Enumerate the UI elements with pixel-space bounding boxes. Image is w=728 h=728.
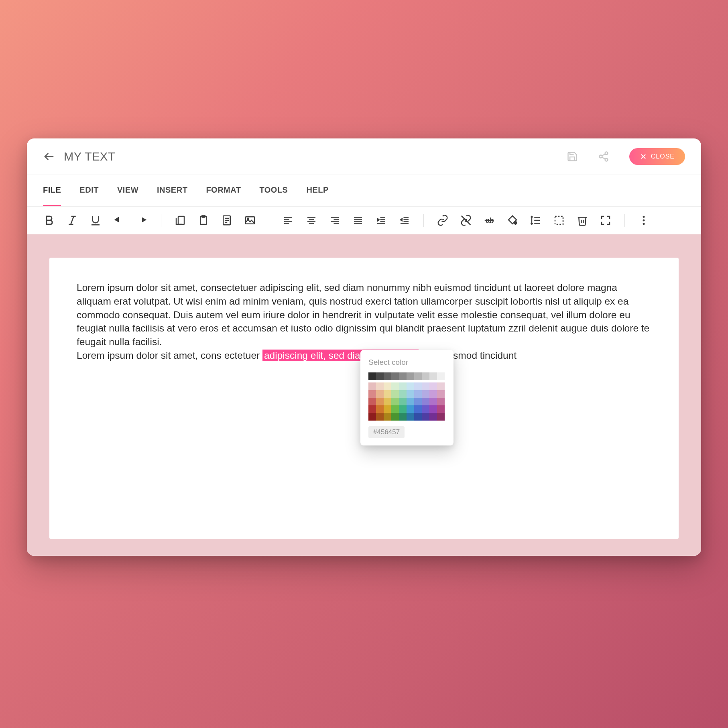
menu-help[interactable]: HELP — [306, 175, 328, 206]
color-swatch[interactable] — [391, 413, 399, 421]
color-swatch[interactable] — [407, 405, 414, 413]
color-swatch[interactable] — [391, 382, 399, 390]
separator — [269, 214, 269, 227]
color-swatch[interactable] — [399, 382, 407, 390]
document-page[interactable]: Lorem ipsum dolor sit amet, consectetuer… — [49, 258, 679, 539]
color-swatch[interactable] — [376, 413, 384, 421]
image-button[interactable] — [244, 214, 256, 226]
color-swatch[interactable] — [368, 398, 376, 405]
color-swatch[interactable] — [376, 405, 384, 413]
menu-file[interactable]: FILE — [43, 175, 61, 206]
color-swatch[interactable] — [399, 390, 407, 398]
color-swatch[interactable] — [407, 390, 414, 398]
document-button[interactable] — [221, 214, 233, 226]
color-swatch[interactable] — [414, 382, 422, 390]
color-swatch[interactable] — [376, 390, 384, 398]
color-swatch[interactable] — [368, 382, 376, 390]
menu-format[interactable]: FORMAT — [206, 175, 241, 206]
color-swatch[interactable] — [437, 382, 445, 390]
color-swatch[interactable] — [368, 405, 376, 413]
italic-button[interactable] — [66, 214, 78, 226]
color-swatch[interactable] — [384, 382, 391, 390]
strikethrough-button[interactable]: ab — [483, 214, 495, 226]
align-left-button[interactable] — [282, 214, 294, 226]
color-swatch[interactable] — [399, 372, 407, 380]
menu-edit[interactable]: EDIT — [79, 175, 99, 206]
redo-button[interactable] — [136, 214, 148, 226]
color-swatch[interactable] — [422, 413, 429, 421]
color-swatch[interactable] — [368, 390, 376, 398]
color-swatch[interactable] — [407, 382, 414, 390]
paste-button[interactable] — [197, 214, 209, 226]
color-swatch[interactable] — [384, 398, 391, 405]
unlink-button[interactable] — [460, 214, 472, 226]
color-swatch[interactable] — [407, 398, 414, 405]
save-icon[interactable] — [567, 151, 578, 162]
color-swatch[interactable] — [429, 398, 437, 405]
color-swatch[interactable] — [391, 372, 399, 380]
menu-view[interactable]: VIEW — [117, 175, 138, 206]
fill-color-button[interactable] — [506, 214, 519, 226]
color-swatch[interactable] — [391, 390, 399, 398]
color-swatch[interactable] — [376, 398, 384, 405]
color-swatch[interactable] — [384, 413, 391, 421]
align-right-button[interactable] — [329, 214, 341, 226]
color-swatch[interactable] — [391, 405, 399, 413]
outdent-button[interactable] — [399, 214, 411, 226]
back-arrow-icon[interactable] — [43, 150, 55, 163]
color-swatch[interactable] — [407, 372, 414, 380]
color-swatch[interactable] — [376, 382, 384, 390]
color-swatch[interactable] — [407, 413, 414, 421]
share-icon[interactable] — [598, 151, 609, 162]
delete-button[interactable] — [576, 214, 588, 226]
color-swatch[interactable] — [384, 372, 391, 380]
color-swatch[interactable] — [429, 405, 437, 413]
undo-button[interactable] — [113, 214, 125, 226]
fullscreen-button[interactable] — [600, 214, 612, 226]
select-all-button[interactable] — [553, 214, 565, 226]
align-center-button[interactable] — [305, 214, 317, 226]
color-swatch[interactable] — [429, 413, 437, 421]
color-swatch[interactable] — [368, 413, 376, 421]
more-button[interactable] — [638, 214, 650, 226]
color-swatch[interactable] — [422, 390, 429, 398]
line-spacing-button[interactable] — [530, 214, 542, 226]
color-swatch[interactable] — [399, 405, 407, 413]
color-swatch[interactable] — [429, 382, 437, 390]
color-swatch[interactable] — [384, 405, 391, 413]
menu-tools[interactable]: TOOLS — [259, 175, 288, 206]
copy-button[interactable] — [174, 214, 186, 226]
link-button[interactable] — [437, 214, 449, 226]
bold-button[interactable] — [43, 214, 55, 226]
color-swatch[interactable] — [399, 398, 407, 405]
hex-value[interactable]: #456457 — [368, 426, 405, 438]
color-swatch[interactable] — [368, 372, 376, 380]
swatch-row — [368, 405, 445, 413]
color-swatch[interactable] — [437, 390, 445, 398]
color-swatch[interactable] — [384, 390, 391, 398]
color-swatch[interactable] — [414, 390, 422, 398]
close-button[interactable]: CLOSE — [629, 148, 685, 165]
color-swatch[interactable] — [429, 390, 437, 398]
color-swatch[interactable] — [414, 372, 422, 380]
color-swatch[interactable] — [422, 405, 429, 413]
color-swatch[interactable] — [437, 413, 445, 421]
color-swatch[interactable] — [437, 372, 445, 380]
svg-point-3 — [605, 159, 608, 161]
color-swatch[interactable] — [429, 372, 437, 380]
color-swatch[interactable] — [437, 398, 445, 405]
align-justify-button[interactable] — [352, 214, 364, 226]
color-swatch[interactable] — [376, 372, 384, 380]
color-swatch[interactable] — [391, 398, 399, 405]
color-swatch[interactable] — [422, 398, 429, 405]
menu-insert[interactable]: INSERT — [157, 175, 187, 206]
color-swatch[interactable] — [414, 405, 422, 413]
color-swatch[interactable] — [399, 413, 407, 421]
color-swatch[interactable] — [437, 405, 445, 413]
color-swatch[interactable] — [414, 413, 422, 421]
color-swatch[interactable] — [422, 382, 429, 390]
color-swatch[interactable] — [422, 372, 429, 380]
indent-button[interactable] — [375, 214, 387, 226]
underline-button[interactable] — [89, 214, 102, 226]
color-swatch[interactable] — [414, 398, 422, 405]
